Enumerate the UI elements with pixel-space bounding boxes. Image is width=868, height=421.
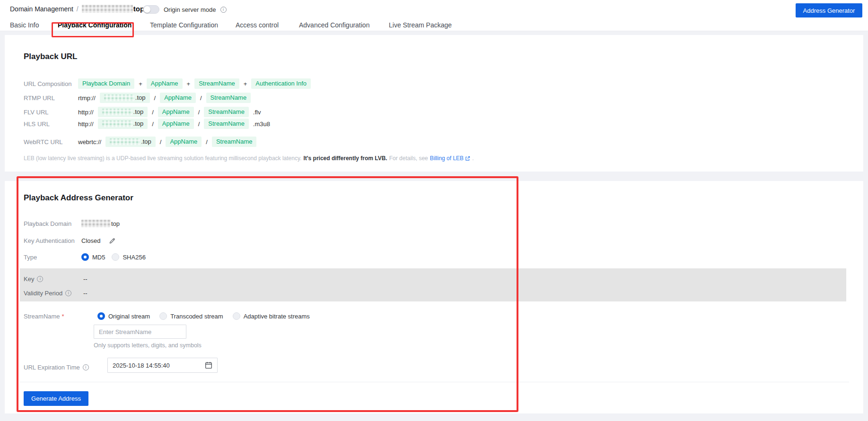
flv-appname-tag: AppName	[158, 107, 194, 117]
origin-info-icon[interactable]	[220, 7, 227, 13]
flv-url-value: http:// .top / AppName / StreamName .flv	[78, 107, 261, 117]
toggle-knob	[144, 6, 150, 13]
origin-server-mode-label: Origin server mode	[164, 6, 216, 13]
rtmp-appname-tag: AppName	[160, 93, 196, 103]
plus-separator: +	[187, 80, 191, 87]
leb-note-dark: It's priced differently from LVB.	[303, 155, 387, 162]
streamname-label: StreamName*	[24, 311, 64, 321]
webrtc-scheme: webrtc://	[78, 138, 101, 146]
slash-separator: /	[198, 109, 200, 116]
expiration-date-input[interactable]	[107, 358, 218, 373]
slash-separator: /	[200, 95, 202, 102]
flv-scheme: http://	[78, 109, 94, 116]
tab-advanced-configuration[interactable]: Advanced Configuration	[299, 19, 369, 31]
playback-domain-value: top	[81, 218, 120, 229]
rtmp-url-label: RTMP URL	[24, 93, 55, 103]
form-divider	[20, 382, 849, 382]
origin-server-toggle[interactable]	[143, 5, 159, 14]
redacted-domain-mosaic	[102, 109, 132, 115]
generator-card: Playback Address Generator Playback Doma…	[5, 181, 863, 413]
redacted-domain-mosaic	[82, 5, 133, 13]
key-info-icon[interactable]	[37, 276, 43, 282]
validity-period-label: Validity Period	[24, 288, 71, 298]
playback-url-title: Playback URL	[24, 52, 77, 61]
tab-template-configuration[interactable]: Template Configuration	[150, 19, 218, 31]
composition-tag-appname: AppName	[147, 78, 183, 89]
composition-tag-streamname: StreamName	[194, 78, 239, 89]
radio-md5[interactable]: MD5	[81, 253, 105, 261]
radio-sha256[interactable]: SHA256	[112, 253, 145, 261]
validity-period-value: --	[83, 288, 88, 298]
hls-url-value: http:// .top / AppName / StreamName .m3u…	[78, 119, 270, 129]
key-auth-disabled-panel	[20, 268, 846, 301]
required-asterisk: *	[62, 313, 64, 320]
key-authentication-status: Closed	[81, 237, 100, 244]
playback-url-card: Playback URL URL Composition Playback Do…	[5, 35, 863, 172]
breadcrumb: Domain Management / top	[10, 5, 144, 13]
tab-playback-configuration[interactable]: Playback Configuration	[58, 19, 132, 31]
redacted-domain-mosaic	[102, 120, 132, 127]
expiration-info-icon[interactable]	[83, 364, 89, 370]
flv-domain-tag: .top	[98, 107, 148, 117]
radio-original-circle	[97, 312, 105, 320]
redacted-domain-mosaic	[104, 95, 134, 101]
redacted-domain-mosaic	[81, 220, 111, 227]
streamname-radio-group: Original stream Transcoded stream Adapti…	[97, 311, 310, 321]
webrtc-appname-tag: AppName	[166, 137, 202, 147]
composition-tag-playback-domain: Playback Domain	[78, 78, 134, 89]
edit-icon[interactable]	[109, 237, 116, 244]
url-expiration-label: URL Expiration Time	[24, 362, 89, 372]
flv-url-label: FLV URL	[24, 107, 49, 117]
expiration-date-value[interactable]	[113, 362, 205, 369]
webrtc-streamname-tag: StreamName	[212, 137, 257, 147]
generator-title: Playback Address Generator	[24, 193, 133, 203]
webrtc-domain-tag: .top	[105, 137, 156, 147]
external-link-icon	[465, 156, 470, 161]
webrtc-url-value: webrtc:// .top / AppName / StreamName	[78, 137, 256, 147]
hls-streamname-tag: StreamName	[204, 119, 249, 129]
slash-separator: /	[152, 120, 154, 128]
tab-live-stream-package[interactable]: Live Stream Package	[389, 19, 452, 31]
slash-separator: /	[206, 138, 208, 146]
tab-basic-info[interactable]: Basic Info	[10, 19, 39, 31]
breadcrumb-root[interactable]: Domain Management	[10, 5, 73, 13]
breadcrumb-separator: /	[77, 5, 79, 13]
leb-note-period: .	[472, 155, 473, 162]
leb-note-gray2: For details, see	[389, 155, 428, 162]
url-composition-value: Playback Domain + AppName + StreamName +…	[78, 78, 311, 89]
key-authentication-value: Closed	[81, 235, 116, 246]
hls-domain-tag: .top	[98, 119, 148, 129]
address-generator-button[interactable]: Address Generator	[796, 3, 862, 17]
slash-separator: /	[198, 120, 200, 128]
radio-transcoded-stream[interactable]: Transcoded stream	[159, 312, 223, 320]
playback-domain-label: Playback Domain	[24, 218, 71, 229]
generate-address-button[interactable]: Generate Address	[24, 391, 88, 406]
rtmp-url-value: rtmp:// .top / AppName / StreamName	[78, 93, 251, 103]
hls-url-label: HLS URL	[24, 119, 50, 129]
leb-note: LEB (low latency live streaming) is a UD…	[24, 155, 473, 162]
slash-separator: /	[154, 95, 156, 102]
billing-of-leb-link[interactable]: Billing of LEB	[430, 155, 470, 162]
type-radio-group: MD5 SHA256	[81, 252, 146, 262]
rtmp-streamname-tag: StreamName	[206, 93, 251, 103]
flv-streamname-tag: StreamName	[204, 107, 249, 117]
slash-separator: /	[152, 109, 154, 116]
streamname-input[interactable]	[94, 325, 186, 339]
validity-info-icon[interactable]	[65, 290, 71, 296]
calendar-icon[interactable]	[205, 361, 212, 369]
composition-tag-authentication-info: Authentication Info	[251, 78, 311, 89]
flv-extension: .flv	[253, 109, 261, 116]
key-label: Key	[24, 274, 43, 284]
radio-md5-circle	[81, 253, 89, 261]
tab-bar: Basic Info Playback Configuration Templa…	[0, 19, 868, 31]
origin-server-mode-control: Origin server mode	[143, 5, 227, 14]
radio-adaptive-circle	[233, 312, 240, 320]
radio-adaptive-bitrate[interactable]: Adaptive bitrate streams	[233, 312, 310, 320]
tab-access-control[interactable]: Access control	[236, 19, 279, 31]
leb-note-gray: LEB (low latency live streaming) is a UD…	[24, 155, 301, 162]
plus-separator: +	[244, 80, 247, 87]
redacted-domain-mosaic	[110, 138, 140, 145]
radio-original-stream[interactable]: Original stream	[97, 312, 150, 320]
slash-separator: /	[160, 138, 162, 146]
key-authentication-label: Key Authentication	[24, 235, 75, 246]
